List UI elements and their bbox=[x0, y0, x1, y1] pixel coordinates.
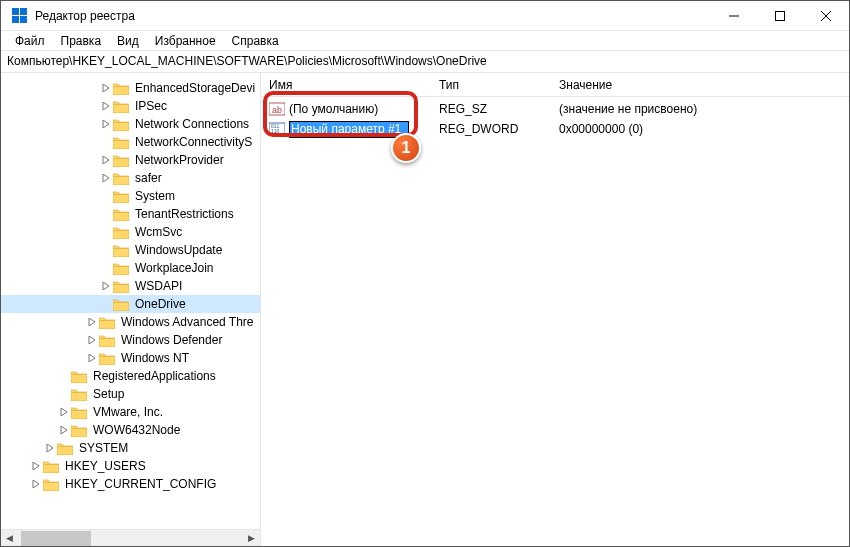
tree-twisty-icon[interactable] bbox=[99, 207, 113, 221]
tree-item[interactable]: SYSTEM bbox=[1, 439, 260, 457]
tree-twisty-icon[interactable] bbox=[99, 171, 113, 185]
maximize-button[interactable] bbox=[757, 1, 803, 31]
values-list[interactable]: (По умолчанию)REG_SZ(значение не присвое… bbox=[261, 97, 849, 546]
tree-item-label: IPSec bbox=[133, 99, 169, 113]
folder-icon bbox=[71, 406, 87, 419]
tree-twisty-icon[interactable] bbox=[99, 117, 113, 131]
tree-twisty-icon[interactable] bbox=[99, 189, 113, 203]
tree-horizontal-scrollbar[interactable]: ◀ ▶ bbox=[1, 529, 260, 546]
tree-item[interactable]: OneDrive bbox=[1, 295, 260, 313]
tree-item-label: Windows Defender bbox=[119, 333, 224, 347]
tree-twisty-icon[interactable] bbox=[85, 315, 99, 329]
tree-item[interactable]: WOW6432Node bbox=[1, 421, 260, 439]
address-bar[interactable]: Компьютер\HKEY_LOCAL_MACHINE\SOFTWARE\Po… bbox=[1, 51, 849, 73]
tree-item[interactable]: TenantRestrictions bbox=[1, 205, 260, 223]
tree-twisty-icon[interactable] bbox=[99, 135, 113, 149]
tree-item-label: WcmSvc bbox=[133, 225, 184, 239]
tree-item-label: OneDrive bbox=[133, 297, 188, 311]
tree-twisty-icon[interactable] bbox=[57, 405, 71, 419]
tree-item[interactable]: WorkplaceJoin bbox=[1, 259, 260, 277]
tree-item-label: Network Connections bbox=[133, 117, 251, 131]
main-split: EnhancedStorageDeviIPSecNetwork Connecti… bbox=[1, 73, 849, 546]
tree-twisty-icon[interactable] bbox=[57, 387, 71, 401]
tree-item-label: WOW6432Node bbox=[91, 423, 182, 437]
tree-item[interactable]: RegisteredApplications bbox=[1, 367, 260, 385]
menu-view[interactable]: Вид bbox=[109, 32, 147, 50]
folder-icon bbox=[71, 424, 87, 437]
folder-icon bbox=[99, 316, 115, 329]
tree-twisty-icon[interactable] bbox=[99, 243, 113, 257]
tree-twisty-icon[interactable] bbox=[99, 279, 113, 293]
tree-item-label: Setup bbox=[91, 387, 126, 401]
value-name-edit-input[interactable] bbox=[289, 121, 409, 138]
folder-icon bbox=[113, 298, 129, 311]
tree-item[interactable]: Windows Advanced Thre bbox=[1, 313, 260, 331]
tree-item[interactable]: Windows NT bbox=[1, 349, 260, 367]
folder-icon bbox=[113, 226, 129, 239]
folder-icon bbox=[57, 442, 73, 455]
tree-item[interactable]: Setup bbox=[1, 385, 260, 403]
column-name[interactable]: Имя bbox=[261, 78, 431, 92]
folder-icon bbox=[113, 172, 129, 185]
tree-twisty-icon[interactable] bbox=[85, 333, 99, 347]
value-row[interactable]: REG_DWORD0x00000000 (0) bbox=[261, 119, 849, 139]
tree-item-label: VMware, Inc. bbox=[91, 405, 165, 419]
menu-favorites[interactable]: Избранное bbox=[147, 32, 224, 50]
folder-icon bbox=[113, 82, 129, 95]
tree-twisty-icon[interactable] bbox=[43, 441, 57, 455]
scroll-right-arrow-icon[interactable]: ▶ bbox=[243, 530, 260, 547]
tree-item[interactable]: NetworkConnectivityS bbox=[1, 133, 260, 151]
minimize-button[interactable] bbox=[711, 1, 757, 31]
column-type[interactable]: Тип bbox=[431, 78, 551, 92]
tree-twisty-icon[interactable] bbox=[99, 81, 113, 95]
tree-twisty-icon[interactable] bbox=[99, 297, 113, 311]
tree-twisty-icon[interactable] bbox=[99, 261, 113, 275]
values-pane: Имя Тип Значение (По умолчанию)REG_SZ(зн… bbox=[261, 73, 849, 546]
tree-twisty-icon[interactable] bbox=[29, 459, 43, 473]
address-path: Компьютер\HKEY_LOCAL_MACHINE\SOFTWARE\Po… bbox=[7, 54, 487, 68]
menu-file[interactable]: Файл bbox=[7, 32, 53, 50]
menu-edit[interactable]: Правка bbox=[53, 32, 110, 50]
menu-help[interactable]: Справка bbox=[224, 32, 287, 50]
tree-twisty-icon[interactable] bbox=[85, 351, 99, 365]
svg-rect-1 bbox=[776, 11, 785, 20]
tree-item[interactable]: Network Connections bbox=[1, 115, 260, 133]
tree-item-label: WorkplaceJoin bbox=[133, 261, 215, 275]
tree-item-label: System bbox=[133, 189, 177, 203]
tree-twisty-icon[interactable] bbox=[57, 369, 71, 383]
value-name-label: (По умолчанию) bbox=[289, 102, 378, 116]
tree-pane[interactable]: EnhancedStorageDeviIPSecNetwork Connecti… bbox=[1, 73, 261, 546]
string-value-icon bbox=[269, 101, 285, 117]
tree-item[interactable]: IPSec bbox=[1, 97, 260, 115]
close-button[interactable] bbox=[803, 1, 849, 31]
scroll-left-arrow-icon[interactable]: ◀ bbox=[1, 530, 18, 547]
tree-item[interactable]: WindowsUpdate bbox=[1, 241, 260, 259]
tree-twisty-icon[interactable] bbox=[57, 423, 71, 437]
column-value[interactable]: Значение bbox=[551, 78, 849, 92]
registry-editor-window: Редактор реестра Файл Правка Вид Избранн… bbox=[0, 0, 850, 547]
tree-item-label: WSDAPI bbox=[133, 279, 184, 293]
tree-item[interactable]: VMware, Inc. bbox=[1, 403, 260, 421]
tree-item[interactable]: EnhancedStorageDevi bbox=[1, 79, 260, 97]
menubar: Файл Правка Вид Избранное Справка bbox=[1, 31, 849, 51]
tree-item[interactable]: WcmSvc bbox=[1, 223, 260, 241]
scroll-thumb[interactable] bbox=[21, 531, 91, 546]
tree-item[interactable]: Windows Defender bbox=[1, 331, 260, 349]
tree-twisty-icon[interactable] bbox=[29, 477, 43, 491]
folder-icon bbox=[113, 280, 129, 293]
tree-item[interactable]: HKEY_USERS bbox=[1, 457, 260, 475]
folder-icon bbox=[113, 262, 129, 275]
values-header: Имя Тип Значение bbox=[261, 73, 849, 97]
value-row[interactable]: (По умолчанию)REG_SZ(значение не присвое… bbox=[261, 99, 849, 119]
tree-item[interactable]: WSDAPI bbox=[1, 277, 260, 295]
tree-item-label: SYSTEM bbox=[77, 441, 130, 455]
tree-item[interactable]: NetworkProvider bbox=[1, 151, 260, 169]
tree-item[interactable]: safer bbox=[1, 169, 260, 187]
tree-twisty-icon[interactable] bbox=[99, 153, 113, 167]
tree-item[interactable]: HKEY_CURRENT_CONFIG bbox=[1, 475, 260, 493]
tree-item-label: WindowsUpdate bbox=[133, 243, 224, 257]
tree-twisty-icon[interactable] bbox=[99, 225, 113, 239]
tree-item[interactable]: System bbox=[1, 187, 260, 205]
tree-twisty-icon[interactable] bbox=[99, 99, 113, 113]
folder-icon bbox=[113, 244, 129, 257]
